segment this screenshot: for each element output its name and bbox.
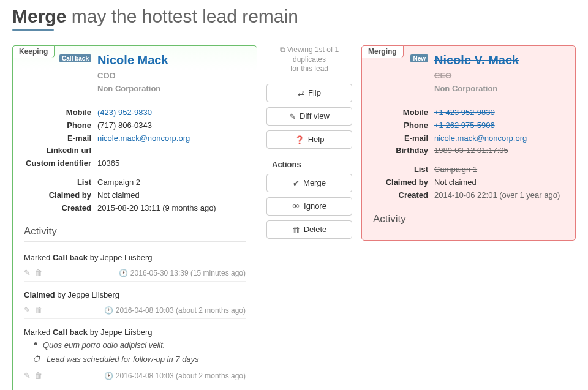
field-value[interactable]: +1 262 975-5906 (434, 119, 564, 132)
lead-company: Non Corporation (97, 84, 168, 93)
status-badge: New (410, 54, 428, 62)
detail-row: Created2015-08-20 13:11 (9 months ago) (24, 202, 246, 215)
clock-icon: ⏱ (32, 354, 40, 364)
flip-icon: ⇄ (298, 89, 304, 98)
lead-role: CEO (434, 71, 519, 80)
clock-icon: 🕑 (119, 269, 128, 277)
lead-name[interactable]: Nicole Mack (97, 53, 168, 67)
panel-keeping: Keeping Call back Nicole Mack COO Non Co… (12, 45, 257, 390)
activity-item: Claimed by Jeppe Liisberg✎🗑🕑2016-04-08 1… (24, 285, 246, 323)
field-label: Created (24, 202, 91, 215)
activity-text: Marked Call back by Jeppe Liisberg (24, 253, 246, 262)
field-label: Claimed by (373, 176, 428, 189)
merging-tab-label: Merging (361, 45, 404, 58)
detail-row: Mobile+1 423 952-9830 (373, 107, 564, 119)
edit-icon[interactable]: ✎ (24, 371, 31, 380)
activity-meta: ✎🗑🕑2016-04-08 10:03 (about 2 months ago) (24, 303, 246, 319)
edit-icon[interactable]: ✎ (24, 268, 31, 277)
diff-view-button[interactable]: ✎Diff view (266, 107, 352, 126)
check-icon: ✔ (293, 179, 300, 188)
trash-icon[interactable]: 🗑 (34, 371, 42, 380)
help-button[interactable]: ❓Help (266, 130, 352, 149)
field-value[interactable]: nicole.mack@noncorp.org (434, 132, 564, 145)
field-label: Custom identifier (24, 157, 91, 170)
field-value (97, 144, 246, 157)
clock-icon: 🕑 (104, 372, 113, 380)
field-value[interactable]: (423) 952-9830 (97, 107, 246, 119)
field-value: Not claimed (97, 189, 246, 202)
diff-icon: ✎ (289, 112, 296, 121)
middle-column: ⧉Viewing 1st of 1 duplicates for this le… (266, 45, 353, 244)
detail-row: Claimed byNot claimed (373, 176, 564, 189)
activity-subline: ❝Quos eum porro odio adipisci velit. (24, 337, 246, 351)
page-title: Merge may the hottest lead remain (12, 6, 576, 27)
field-label: List (24, 176, 91, 189)
activity-item: Marked Call back by Jeppe Liisberg✎🗑🕑201… (24, 248, 246, 285)
edit-icon[interactable]: ✎ (24, 306, 31, 315)
eye-slash-icon: 👁 (292, 202, 300, 211)
activity-text: Claimed by Jeppe Liisberg (24, 290, 246, 299)
activity-text: Marked Call back by Jeppe Liisberg (24, 328, 246, 337)
field-value[interactable]: +1 423 952-9830 (434, 107, 564, 119)
keeping-tab-label: Keeping (12, 45, 55, 58)
detail-row: Phone(717) 806-0343 (24, 119, 246, 132)
field-value[interactable]: nicole.mack@noncorp.org (97, 132, 246, 145)
field-label: Claimed by (24, 189, 91, 202)
field-value: 10365 (97, 157, 246, 170)
field-value: 2014-10-06 22:01 (over 1 year ago) (434, 189, 564, 202)
activity-time: 🕑2016-05-30 13:39 (15 minutes ago) (119, 269, 246, 277)
status-badge: Call back (59, 54, 91, 62)
detail-row: ListCampaign 2 (24, 176, 246, 189)
field-label: Phone (373, 119, 428, 132)
trash-icon[interactable]: 🗑 (34, 306, 42, 315)
activity-meta: ✎🗑🕑2016-04-08 10:03 (about 2 months ago) (24, 369, 246, 384)
viewing-note: ⧉Viewing 1st of 1 duplicates for this le… (266, 45, 353, 74)
ignore-button[interactable]: 👁Ignore (266, 197, 352, 216)
page-header: Merge may the hottest lead remain (12, 0, 576, 36)
activity-time: 🕑2016-04-08 10:03 (about 2 months ago) (104, 372, 246, 380)
field-value: (717) 806-0343 (97, 119, 246, 132)
field-value: Not claimed (434, 176, 564, 189)
quote-icon: ❝ (32, 340, 37, 350)
merge-button[interactable]: ✔Merge (266, 174, 352, 192)
field-value: Campaign 1 (434, 163, 564, 176)
flip-button[interactable]: ⇄Flip (266, 84, 352, 102)
header-underline (12, 29, 54, 31)
field-label: Linkedin url (24, 144, 91, 157)
activity-heading: Activity (373, 213, 564, 229)
field-label: E-mail (24, 132, 91, 145)
detail-row: E-mailnicole.mack@noncorp.org (24, 132, 246, 145)
delete-button[interactable]: 🗑Delete (266, 220, 352, 239)
lead-role: COO (97, 71, 168, 80)
field-value: 1989-03-12 01:17:05 (434, 144, 564, 157)
field-label: E-mail (373, 132, 428, 145)
detail-row: Linkedin url (24, 144, 246, 157)
detail-row: Custom identifier10365 (24, 157, 246, 170)
trash-icon[interactable]: 🗑 (34, 268, 42, 277)
detail-row: Claimed byNot claimed (24, 189, 246, 202)
detail-row: Phone+1 262 975-5906 (373, 119, 564, 132)
field-label: Mobile (24, 107, 91, 119)
lead-name[interactable]: Nicole V. Mack (434, 53, 519, 67)
field-label: Phone (24, 119, 91, 132)
detail-row: Mobile(423) 952-9830 (24, 107, 246, 119)
field-label: Mobile (373, 107, 428, 119)
trash-icon: 🗑 (292, 225, 300, 234)
panel-merging: Merging New Nicole V. Mack CEO Non Corpo… (361, 45, 576, 241)
help-icon: ❓ (295, 135, 304, 144)
detail-row: E-mailnicole.mack@noncorp.org (373, 132, 564, 145)
activity-meta: ✎🗑🕑2016-05-30 13:39 (15 minutes ago) (24, 266, 246, 282)
activity-heading: Activity (24, 225, 246, 242)
activity-time: 🕑2016-04-08 10:03 (about 2 months ago) (104, 306, 246, 315)
field-label: List (373, 163, 428, 176)
lead-company: Non Corporation (434, 84, 519, 93)
field-label: Created (373, 189, 428, 202)
activity-subline: ⏱Lead was scheduled for follow-up in 7 d… (24, 351, 246, 365)
field-label: Birthday (373, 144, 428, 157)
detail-row: Birthday1989-03-12 01:17:05 (373, 144, 564, 157)
field-value: Campaign 2 (97, 176, 246, 189)
actions-label: Actions (272, 160, 353, 169)
clock-icon: 🕑 (104, 306, 113, 315)
activity-item: Marked Call back by Jeppe Liisberg❝Quos … (24, 323, 246, 388)
detail-row: ListCampaign 1 (373, 163, 564, 176)
